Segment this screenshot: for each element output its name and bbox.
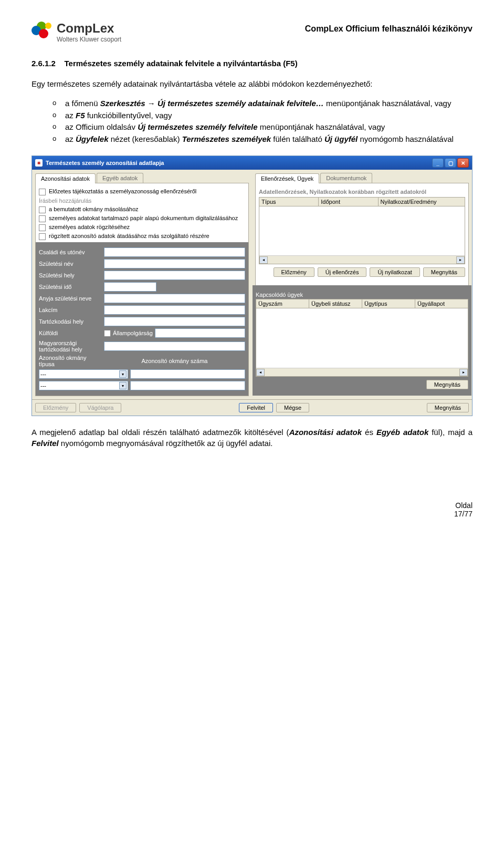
check-elozetes[interactable]: Előzetes tájékoztatás a személyazonosság… — [39, 188, 245, 195]
label-allam: Állampolgárság — [113, 330, 153, 336]
input-okmnum[interactable] — [130, 369, 245, 379]
input-allam[interactable] — [155, 328, 245, 338]
list2-buttons: Megnyitás — [256, 380, 468, 389]
btn-footer-elozmeny[interactable]: Előzmény — [35, 403, 76, 412]
checkbox-icon[interactable] — [39, 224, 46, 231]
btn-megnyitas-ugyek[interactable]: Megnyitás — [426, 380, 468, 389]
subhead-adatellenorzesek: Adatellenőrzések, Nyilatkozatok korábban… — [259, 189, 465, 195]
left-tabs: Azonosítási adatok Egyéb adatok — [35, 173, 249, 183]
btn-megnyitas[interactable]: Megnyitás — [423, 267, 465, 277]
checkbox-icon[interactable] — [39, 233, 46, 240]
btn-footer-felvitel[interactable]: Felvitel — [239, 403, 273, 412]
tab-egyeb[interactable]: Egyéb adatok — [97, 173, 143, 183]
check-atadas[interactable]: rögzített azonosító adatok átadásához má… — [39, 233, 245, 240]
page-footer: Oldal 17/77 — [32, 501, 472, 518]
checkbox-icon[interactable] — [39, 215, 46, 222]
scroll-left-icon[interactable]: ◂ — [256, 369, 265, 376]
list1-body[interactable]: ◂ ▸ — [259, 206, 465, 264]
select-okmtyp[interactable]: ---▾ — [39, 369, 128, 379]
check-okmany-masolas[interactable]: a bemutatott okmány másolásához — [39, 206, 245, 213]
left-pane: Azonosítási adatok Egyéb adatok Előzetes… — [32, 170, 252, 399]
checkbox-icon[interactable] — [39, 189, 46, 195]
left-tabpanel: Előzetes tájékoztatás a személyazonosság… — [35, 183, 249, 396]
btn-uj-nyilatkozat[interactable]: Új nyilatkozat — [370, 267, 419, 277]
logo-subtext: Wolters Kluwer csoport — [57, 36, 121, 43]
app-icon: ✶ — [35, 159, 43, 167]
input-secondary[interactable] — [130, 381, 245, 390]
input-szulhely[interactable] — [104, 271, 245, 280]
btn-uj-ellenorzes[interactable]: Új ellenőrzés — [318, 267, 367, 277]
check-rogzites[interactable]: személyes adatok rögzítéséhez — [39, 224, 245, 231]
label-anyja: Anyja születési neve — [39, 295, 102, 302]
logo-text: CompLex — [57, 21, 121, 36]
scrollbar-horizontal[interactable]: ◂ ▸ — [256, 368, 468, 376]
bullet-item: a főmenü Szerkesztés → Új természetes sz… — [52, 98, 472, 110]
input-szulido[interactable] — [104, 282, 156, 292]
input-csaladi[interactable] — [104, 247, 245, 257]
tab-dokumentumok[interactable]: Dokumentumok — [320, 173, 372, 183]
col-idopont[interactable]: Időpont — [319, 198, 378, 206]
input-lakcim[interactable] — [104, 305, 245, 315]
label-tart: Tartózkodási hely — [39, 318, 102, 325]
scroll-right-icon[interactable]: ▸ — [456, 256, 465, 264]
label-magyar: Magyarországi tartózkodási hely — [39, 340, 102, 353]
bullet-item: az F5 funkcióbillentyűvel, vagy — [52, 110, 472, 122]
checkbox-icon[interactable] — [39, 206, 46, 213]
label-okmnum: Azonosító okmány száma — [142, 358, 208, 364]
label-lakcim: Lakcím — [39, 307, 102, 313]
input-anyja[interactable] — [104, 294, 245, 303]
btn-footer-megse[interactable]: Mégse — [276, 403, 309, 412]
window-title: Természetes személy azonosítási adatlapj… — [46, 160, 164, 166]
label-szulido: Születési idő — [39, 284, 102, 290]
label-csaladi: Családi és utónév — [39, 249, 102, 255]
group-label: Írásbeli hozzájárulás — [39, 198, 245, 204]
col-ugytipus[interactable]: Ügytípus — [362, 299, 415, 308]
document-page: CompLex Wolters Kluwer csoport CompLex O… — [0, 0, 504, 534]
input-tart[interactable] — [104, 317, 245, 326]
kapcsolodo-ugyek-area: Kapcsolódó ügyek Ügyszám Ügybeli státusz… — [253, 285, 471, 396]
col-ugyszam[interactable]: Ügyszám — [256, 299, 309, 308]
label-kulfoldi: Külföldi — [39, 330, 102, 336]
tab-azonositasi[interactable]: Azonosítási adatok — [35, 173, 96, 183]
app-window: ✶ Természetes személy azonosítási adatla… — [32, 156, 472, 416]
window-footer: Előzmény Vágólapra Felvitel Mégse Megnyi… — [32, 399, 472, 416]
col-ugybeli-statusz[interactable]: Ügybeli státusz — [309, 299, 362, 308]
form-dark-area: Családi és utónév Születési név Születés… — [36, 242, 248, 396]
select-secondary[interactable]: ---▾ — [39, 381, 128, 390]
close-button[interactable]: ✕ — [457, 158, 469, 168]
list1-buttons: Előzmény Új ellenőrzés Új nyilatkozat Me… — [259, 267, 465, 277]
btn-footer-vagolap[interactable]: Vágólapra — [79, 403, 121, 412]
check-digitalizalas[interactable]: személyes adatokat tartalmazó papír alap… — [39, 215, 245, 222]
maximize-button[interactable]: ▢ — [445, 158, 456, 168]
document-title: CompLex Officium felhasználói kézikönyv — [305, 24, 472, 34]
col-tipus[interactable]: Típus — [259, 198, 319, 206]
checkbox-kulfoldi[interactable] — [104, 330, 111, 337]
logo-icon — [32, 22, 52, 43]
right-tabpanel: Adatellenőrzések, Nyilatkozatok korábban… — [255, 183, 469, 393]
scroll-left-icon[interactable]: ◂ — [259, 256, 268, 264]
col-nyilatkozat[interactable]: Nyilatkozat/Eredmény — [379, 198, 465, 206]
label-szulnev: Születési név — [39, 261, 102, 267]
subhead-kapcsolodo: Kapcsolódó ügyek — [256, 292, 468, 298]
input-magyar[interactable] — [104, 341, 245, 351]
label-okmtyp: Azonosító okmány típusa — [39, 355, 102, 367]
label-szulhely: Születési hely — [39, 272, 102, 278]
chevron-down-icon: ▾ — [119, 370, 127, 378]
right-tabs: Ellenőrzések, Ügyek Dokumentumok — [255, 173, 469, 183]
window-titlebar[interactable]: ✶ Természetes személy azonosítási adatla… — [32, 156, 472, 170]
col-ugyallapot[interactable]: Ügyállapot — [415, 299, 468, 308]
scrollbar-horizontal[interactable]: ◂ ▸ — [259, 255, 465, 264]
logo-block: CompLex Wolters Kluwer csoport — [32, 21, 121, 43]
tab-ellenorzesek[interactable]: Ellenőrzések, Ügyek — [255, 173, 319, 183]
list2-header: Ügyszám Ügybeli státusz Ügytípus Ügyálla… — [256, 299, 468, 308]
btn-footer-megnyitas[interactable]: Megnyitás — [427, 403, 469, 412]
list2-body[interactable]: ◂ ▸ — [256, 308, 468, 377]
section-heading: 2.6.1.2 Természetes személy adatainak fe… — [32, 59, 472, 68]
scroll-right-icon[interactable]: ▸ — [459, 369, 468, 376]
btn-elozmeny[interactable]: Előzmény — [274, 267, 314, 277]
list1-header: Típus Időpont Nyilatkozat/Eredmény — [259, 197, 465, 206]
bullet-item: az Officium oldalsáv Új természetes szem… — [52, 121, 472, 133]
closing-paragraph: A megjelenő adatlap bal oldali részén ta… — [32, 427, 472, 449]
minimize-button[interactable]: _ — [432, 158, 444, 168]
input-szulnev[interactable] — [104, 259, 245, 268]
